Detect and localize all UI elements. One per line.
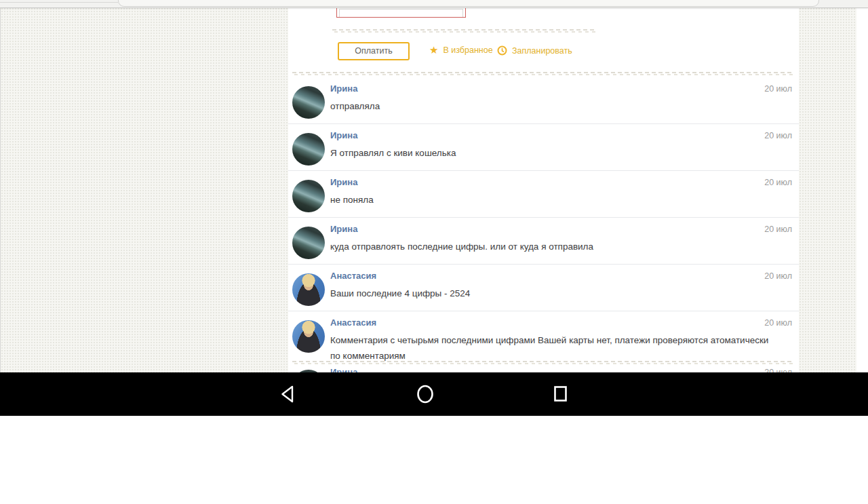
message-row: Ирина куда отправлоять последние цифры. … xyxy=(288,218,799,265)
avatar[interactable] xyxy=(292,273,325,306)
message-date: 20 июл xyxy=(764,178,792,187)
android-nav-bar xyxy=(0,372,868,416)
screen: Оплатить ★ В избранное Запланировать Ири… xyxy=(0,0,868,504)
sender-name-link[interactable]: Анастасия xyxy=(330,271,376,281)
home-icon[interactable] xyxy=(414,383,436,405)
sender-name-link[interactable]: Анастасия xyxy=(330,317,376,328)
message-text: отправляла xyxy=(330,98,380,114)
schedule-label: Запланировать xyxy=(512,46,572,56)
add-to-favorites-link[interactable]: ★ В избранное xyxy=(429,45,493,55)
message-text: не поняла xyxy=(330,192,374,208)
favorites-label: В избранное xyxy=(443,45,492,55)
message-row: Ирина отправляла 20 июл xyxy=(288,77,799,124)
right-dither-margin xyxy=(799,7,856,372)
message-text: куда отправлоять последние цифры. или от… xyxy=(330,239,593,254)
sender-name-link[interactable]: Ирина xyxy=(330,83,357,94)
avatar[interactable] xyxy=(292,180,325,212)
message-date: 20 июл xyxy=(764,318,792,328)
message-row: Ирина не поняла 20 июл xyxy=(288,171,799,218)
dashed-separator xyxy=(292,361,794,364)
clock-icon xyxy=(497,45,507,56)
message-date: 20 июл xyxy=(764,84,792,94)
message-text: Комментария с четырьмя последними цифрам… xyxy=(330,332,774,364)
avatar[interactable] xyxy=(292,227,325,259)
message-text: Я отправлял с киви кошелька xyxy=(330,145,456,161)
message-text: Ваши последние 4 цифры - 2524 xyxy=(330,286,470,301)
dashed-separator xyxy=(292,72,794,75)
back-icon[interactable] xyxy=(277,383,298,405)
sender-name-link[interactable]: Ирина xyxy=(330,224,357,234)
message-row: Анастасия Ваши последние 4 цифры - 2524 … xyxy=(288,265,799,311)
sender-name-link[interactable]: Ирина xyxy=(330,130,357,140)
recents-icon[interactable] xyxy=(550,383,572,405)
message-row-partial: Ирина 20 июл xyxy=(288,366,799,372)
pay-button[interactable]: Оплатить xyxy=(338,42,410,60)
chrome-edge-line xyxy=(0,2,118,3)
avatar[interactable] xyxy=(292,86,325,119)
url-bar-bottom-edge xyxy=(118,0,819,7)
message-row: Анастасия Комментария с четырьмя последн… xyxy=(288,311,799,366)
message-date: 20 июл xyxy=(764,131,792,140)
message-date: 20 июл xyxy=(764,271,792,281)
avatar[interactable] xyxy=(292,133,325,166)
sender-name-link[interactable]: Ирина xyxy=(330,367,357,372)
message-date: 20 июл xyxy=(764,225,792,234)
schedule-link[interactable]: Запланировать xyxy=(497,45,572,56)
comment-input-inner xyxy=(339,9,463,17)
star-icon: ★ xyxy=(429,45,438,55)
message-row: Ирина Я отправлял с киви кошелька 20 июл xyxy=(288,124,799,171)
browser-chrome-strip xyxy=(0,0,868,8)
dashed-separator xyxy=(332,29,595,33)
message-list: Ирина отправляла 20 июл Ирина Я отправля… xyxy=(288,77,799,372)
sender-name-link[interactable]: Ирина xyxy=(330,177,357,187)
avatar[interactable] xyxy=(292,320,325,353)
message-date: 20 июл xyxy=(764,368,792,372)
left-dither-margin xyxy=(0,7,289,372)
